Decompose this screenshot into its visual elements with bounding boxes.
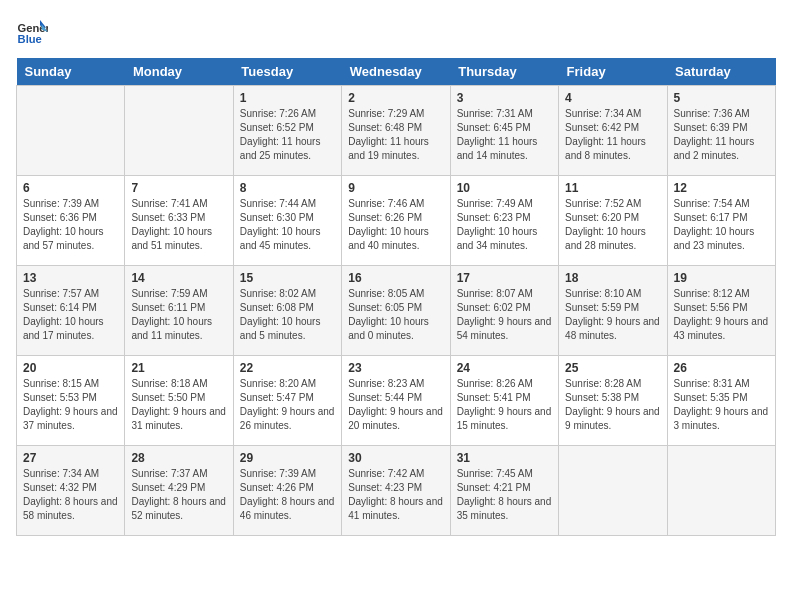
day-cell: 10Sunrise: 7:49 AM Sunset: 6:23 PM Dayli… <box>450 176 558 266</box>
day-number: 28 <box>131 451 226 465</box>
day-cell: 2Sunrise: 7:29 AM Sunset: 6:48 PM Daylig… <box>342 86 450 176</box>
day-cell <box>559 446 667 536</box>
header-cell-friday: Friday <box>559 58 667 86</box>
day-cell: 27Sunrise: 7:34 AM Sunset: 4:32 PM Dayli… <box>17 446 125 536</box>
day-cell: 13Sunrise: 7:57 AM Sunset: 6:14 PM Dayli… <box>17 266 125 356</box>
day-number: 27 <box>23 451 118 465</box>
day-info: Sunrise: 8:18 AM Sunset: 5:50 PM Dayligh… <box>131 377 226 433</box>
day-info: Sunrise: 7:59 AM Sunset: 6:11 PM Dayligh… <box>131 287 226 343</box>
day-cell <box>667 446 775 536</box>
day-cell: 15Sunrise: 8:02 AM Sunset: 6:08 PM Dayli… <box>233 266 341 356</box>
day-info: Sunrise: 7:49 AM Sunset: 6:23 PM Dayligh… <box>457 197 552 253</box>
week-row-4: 20Sunrise: 8:15 AM Sunset: 5:53 PM Dayli… <box>17 356 776 446</box>
day-number: 21 <box>131 361 226 375</box>
day-cell: 7Sunrise: 7:41 AM Sunset: 6:33 PM Daylig… <box>125 176 233 266</box>
day-number: 25 <box>565 361 660 375</box>
day-number: 7 <box>131 181 226 195</box>
day-info: Sunrise: 7:44 AM Sunset: 6:30 PM Dayligh… <box>240 197 335 253</box>
day-info: Sunrise: 8:26 AM Sunset: 5:41 PM Dayligh… <box>457 377 552 433</box>
week-row-2: 6Sunrise: 7:39 AM Sunset: 6:36 PM Daylig… <box>17 176 776 266</box>
day-info: Sunrise: 7:57 AM Sunset: 6:14 PM Dayligh… <box>23 287 118 343</box>
day-cell: 18Sunrise: 8:10 AM Sunset: 5:59 PM Dayli… <box>559 266 667 356</box>
header-row: SundayMondayTuesdayWednesdayThursdayFrid… <box>17 58 776 86</box>
day-cell <box>125 86 233 176</box>
logo-icon: General Blue <box>16 16 48 48</box>
day-info: Sunrise: 7:52 AM Sunset: 6:20 PM Dayligh… <box>565 197 660 253</box>
day-info: Sunrise: 8:12 AM Sunset: 5:56 PM Dayligh… <box>674 287 769 343</box>
day-info: Sunrise: 7:46 AM Sunset: 6:26 PM Dayligh… <box>348 197 443 253</box>
day-number: 20 <box>23 361 118 375</box>
day-cell: 31Sunrise: 7:45 AM Sunset: 4:21 PM Dayli… <box>450 446 558 536</box>
header-cell-sunday: Sunday <box>17 58 125 86</box>
day-cell <box>17 86 125 176</box>
day-info: Sunrise: 7:37 AM Sunset: 4:29 PM Dayligh… <box>131 467 226 523</box>
day-number: 19 <box>674 271 769 285</box>
day-cell: 4Sunrise: 7:34 AM Sunset: 6:42 PM Daylig… <box>559 86 667 176</box>
day-number: 18 <box>565 271 660 285</box>
day-number: 3 <box>457 91 552 105</box>
header-cell-monday: Monday <box>125 58 233 86</box>
day-cell: 5Sunrise: 7:36 AM Sunset: 6:39 PM Daylig… <box>667 86 775 176</box>
day-number: 23 <box>348 361 443 375</box>
day-info: Sunrise: 7:34 AM Sunset: 4:32 PM Dayligh… <box>23 467 118 523</box>
day-number: 17 <box>457 271 552 285</box>
day-info: Sunrise: 8:05 AM Sunset: 6:05 PM Dayligh… <box>348 287 443 343</box>
day-info: Sunrise: 7:34 AM Sunset: 6:42 PM Dayligh… <box>565 107 660 163</box>
day-number: 24 <box>457 361 552 375</box>
week-row-3: 13Sunrise: 7:57 AM Sunset: 6:14 PM Dayli… <box>17 266 776 356</box>
header-cell-tuesday: Tuesday <box>233 58 341 86</box>
day-info: Sunrise: 8:07 AM Sunset: 6:02 PM Dayligh… <box>457 287 552 343</box>
day-cell: 24Sunrise: 8:26 AM Sunset: 5:41 PM Dayli… <box>450 356 558 446</box>
day-number: 31 <box>457 451 552 465</box>
day-cell: 14Sunrise: 7:59 AM Sunset: 6:11 PM Dayli… <box>125 266 233 356</box>
day-info: Sunrise: 8:15 AM Sunset: 5:53 PM Dayligh… <box>23 377 118 433</box>
day-cell: 19Sunrise: 8:12 AM Sunset: 5:56 PM Dayli… <box>667 266 775 356</box>
day-number: 1 <box>240 91 335 105</box>
day-cell: 11Sunrise: 7:52 AM Sunset: 6:20 PM Dayli… <box>559 176 667 266</box>
day-cell: 8Sunrise: 7:44 AM Sunset: 6:30 PM Daylig… <box>233 176 341 266</box>
day-info: Sunrise: 8:28 AM Sunset: 5:38 PM Dayligh… <box>565 377 660 433</box>
day-number: 5 <box>674 91 769 105</box>
logo: General Blue <box>16 16 52 48</box>
day-number: 9 <box>348 181 443 195</box>
day-cell: 26Sunrise: 8:31 AM Sunset: 5:35 PM Dayli… <box>667 356 775 446</box>
svg-text:Blue: Blue <box>18 33 42 45</box>
day-info: Sunrise: 7:39 AM Sunset: 6:36 PM Dayligh… <box>23 197 118 253</box>
day-info: Sunrise: 7:54 AM Sunset: 6:17 PM Dayligh… <box>674 197 769 253</box>
day-info: Sunrise: 8:23 AM Sunset: 5:44 PM Dayligh… <box>348 377 443 433</box>
calendar-header: SundayMondayTuesdayWednesdayThursdayFrid… <box>17 58 776 86</box>
day-info: Sunrise: 7:29 AM Sunset: 6:48 PM Dayligh… <box>348 107 443 163</box>
day-number: 22 <box>240 361 335 375</box>
day-info: Sunrise: 7:31 AM Sunset: 6:45 PM Dayligh… <box>457 107 552 163</box>
day-number: 30 <box>348 451 443 465</box>
day-cell: 9Sunrise: 7:46 AM Sunset: 6:26 PM Daylig… <box>342 176 450 266</box>
day-info: Sunrise: 8:10 AM Sunset: 5:59 PM Dayligh… <box>565 287 660 343</box>
day-cell: 22Sunrise: 8:20 AM Sunset: 5:47 PM Dayli… <box>233 356 341 446</box>
day-number: 2 <box>348 91 443 105</box>
calendar-body: 1Sunrise: 7:26 AM Sunset: 6:52 PM Daylig… <box>17 86 776 536</box>
day-info: Sunrise: 7:39 AM Sunset: 4:26 PM Dayligh… <box>240 467 335 523</box>
day-number: 10 <box>457 181 552 195</box>
day-info: Sunrise: 7:45 AM Sunset: 4:21 PM Dayligh… <box>457 467 552 523</box>
day-cell: 29Sunrise: 7:39 AM Sunset: 4:26 PM Dayli… <box>233 446 341 536</box>
day-cell: 17Sunrise: 8:07 AM Sunset: 6:02 PM Dayli… <box>450 266 558 356</box>
day-info: Sunrise: 7:36 AM Sunset: 6:39 PM Dayligh… <box>674 107 769 163</box>
day-cell: 1Sunrise: 7:26 AM Sunset: 6:52 PM Daylig… <box>233 86 341 176</box>
day-cell: 21Sunrise: 8:18 AM Sunset: 5:50 PM Dayli… <box>125 356 233 446</box>
day-info: Sunrise: 8:20 AM Sunset: 5:47 PM Dayligh… <box>240 377 335 433</box>
day-cell: 16Sunrise: 8:05 AM Sunset: 6:05 PM Dayli… <box>342 266 450 356</box>
day-number: 16 <box>348 271 443 285</box>
day-cell: 30Sunrise: 7:42 AM Sunset: 4:23 PM Dayli… <box>342 446 450 536</box>
day-info: Sunrise: 8:02 AM Sunset: 6:08 PM Dayligh… <box>240 287 335 343</box>
day-cell: 12Sunrise: 7:54 AM Sunset: 6:17 PM Dayli… <box>667 176 775 266</box>
day-cell: 6Sunrise: 7:39 AM Sunset: 6:36 PM Daylig… <box>17 176 125 266</box>
calendar-table: SundayMondayTuesdayWednesdayThursdayFrid… <box>16 58 776 536</box>
day-cell: 28Sunrise: 7:37 AM Sunset: 4:29 PM Dayli… <box>125 446 233 536</box>
day-info: Sunrise: 7:41 AM Sunset: 6:33 PM Dayligh… <box>131 197 226 253</box>
day-number: 4 <box>565 91 660 105</box>
day-number: 11 <box>565 181 660 195</box>
week-row-1: 1Sunrise: 7:26 AM Sunset: 6:52 PM Daylig… <box>17 86 776 176</box>
day-number: 14 <box>131 271 226 285</box>
header-cell-saturday: Saturday <box>667 58 775 86</box>
day-cell: 23Sunrise: 8:23 AM Sunset: 5:44 PM Dayli… <box>342 356 450 446</box>
